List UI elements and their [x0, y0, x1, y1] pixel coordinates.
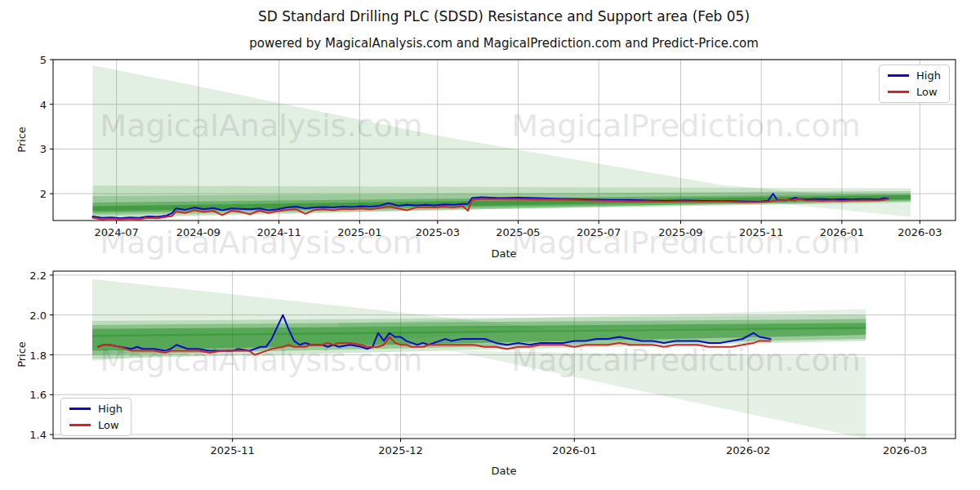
y-tick-label: 2.2	[29, 269, 47, 281]
x-tick-label: 2025-11	[210, 444, 254, 457]
figure-canvas: 2024-072024-092024-112025-012025-032025-…	[0, 0, 980, 490]
legend-label-high: High	[98, 403, 122, 415]
chart-title: SD Standard Drilling PLC (SDSD) Resistan…	[258, 8, 750, 24]
legend-bottom: High Low	[60, 398, 131, 436]
x-tick-label: 2024-07	[94, 226, 138, 238]
low-line-swatch-icon	[69, 424, 91, 426]
x-tick-label: 2024-09	[176, 226, 220, 238]
bottom-y-axis-label: Price	[16, 341, 28, 368]
low-line-swatch-icon	[888, 91, 909, 93]
x-tick-label: 2025-12	[378, 444, 422, 457]
legend-entry-high: High	[888, 69, 941, 82]
legend-label-low: Low	[98, 419, 119, 431]
x-tick-label: 2025-11	[739, 226, 783, 238]
y-tick-label: 5	[40, 54, 47, 66]
legend-label-low: Low	[916, 86, 938, 98]
y-tick-label: 2	[40, 188, 47, 200]
legend-entry-low: Low	[69, 419, 122, 431]
legend-entry-high: High	[69, 403, 122, 415]
y-tick-label: 3	[40, 143, 47, 155]
legend-top: High Low	[879, 65, 950, 103]
y-tick-label: 1.4	[29, 429, 47, 441]
legend-label-high: High	[916, 69, 941, 82]
charts-svg	[0, 0, 980, 490]
y-tick-label: 4	[40, 98, 47, 110]
chart-subtitle: powered by MagicalAnalysis.com and Magic…	[249, 36, 759, 51]
y-tick-label: 2.0	[29, 309, 47, 321]
x-tick-label: 2026-01	[820, 226, 864, 238]
x-tick-label: 2026-01	[552, 444, 596, 457]
x-tick-label: 2025-03	[416, 226, 460, 238]
legend-entry-low: Low	[888, 86, 941, 98]
x-tick-label: 2025-07	[577, 226, 621, 238]
high-line-swatch-icon	[888, 74, 909, 77]
x-tick-label: 2025-09	[658, 226, 702, 238]
x-tick-label: 2026-02	[726, 444, 770, 457]
x-tick-label: 2025-05	[496, 226, 540, 238]
top-x-axis-label: Date	[491, 247, 516, 260]
bottom-x-axis-label: Date	[491, 465, 516, 477]
y-tick-label: 1.8	[29, 349, 47, 361]
high-line-swatch-icon	[69, 408, 91, 410]
y-tick-label: 1.6	[29, 389, 47, 401]
x-tick-label: 2026-03	[898, 226, 942, 238]
x-tick-label: 2025-01	[337, 226, 381, 238]
x-tick-label: 2026-03	[883, 444, 927, 457]
x-tick-label: 2024-11	[256, 226, 301, 238]
top-y-axis-label: Price	[16, 127, 28, 153]
